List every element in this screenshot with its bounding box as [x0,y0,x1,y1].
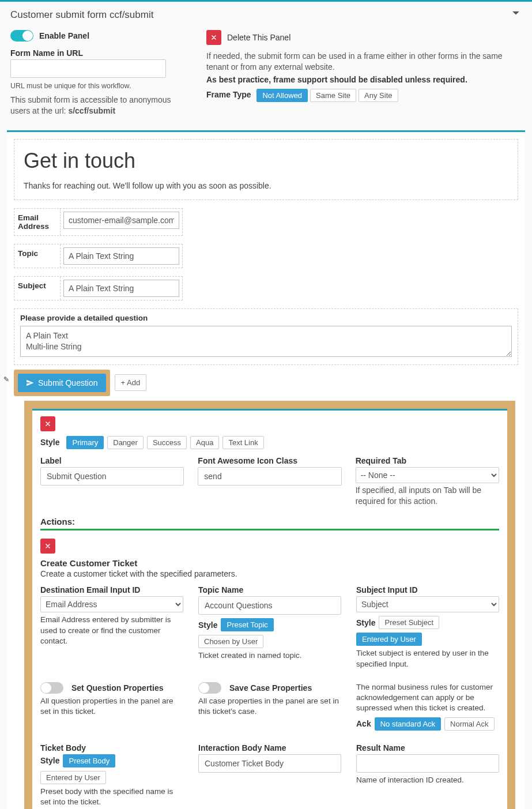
detail-textarea[interactable] [20,326,512,357]
subject-style-preset[interactable]: Preset Subject [379,616,439,629]
topic-row: Topic [14,244,183,268]
topic-style-user[interactable]: Chosen by User [198,635,263,648]
style-textlink[interactable]: Text Link [222,436,263,449]
style-danger[interactable]: Danger [107,436,144,449]
form-name-label: Form Name in URL [10,48,183,58]
style-success[interactable]: Success [147,436,187,449]
delete-button-config[interactable] [40,416,55,431]
frame-type-label: Frame Type [206,90,251,99]
icon-class-input[interactable] [198,467,341,486]
frame-help-2: As best practice, frame support should b… [206,75,522,84]
button-config-highlight: Style Primary Danger Success Aqua Text L… [24,401,515,809]
actions-divider [40,529,499,530]
delete-panel-button[interactable] [206,30,221,45]
submit-question-button[interactable]: Submit Question [18,374,106,392]
icon-class-label: Font Awesome Icon Class [198,456,341,465]
result-name-input[interactable] [356,754,499,773]
form-intro: Thanks for reaching out. We'll follow up… [24,181,508,190]
email-row: Email Address [14,208,183,236]
frame-type-not-allowed[interactable]: Not Allowed [256,89,308,102]
submit-highlight: Submit Question [14,370,110,396]
url-unique-hint: URL must be unique for this workflow. [10,81,183,91]
subject-input[interactable] [63,280,179,297]
topic-input[interactable] [63,247,179,265]
form-heading: Get in touch [24,149,508,173]
ack-normal[interactable]: Normal Ack [444,717,494,731]
access-hint: This submit form is accessible to anonym… [10,95,183,116]
enable-panel-toggle[interactable] [10,30,33,42]
body-style-user[interactable]: Entered by User [40,771,106,784]
subject-row: Subject [14,276,183,300]
required-tab-label: Required Tab [356,456,499,465]
set-question-toggle[interactable] [40,682,63,694]
style-primary[interactable]: Primary [66,436,104,449]
subject-style-user[interactable]: Entered by User [356,633,422,646]
ack-no-standard[interactable]: No standard Ack [375,717,441,731]
delete-action-button[interactable] [40,539,55,554]
add-button[interactable]: + Add [115,374,147,391]
topic-style-preset[interactable]: Preset Topic [221,618,273,631]
actions-header: Actions: [40,517,499,526]
dest-email-select[interactable]: Email Address [40,596,183,612]
config-panel: Customer submit form ccf/submit Enable P… [0,0,532,809]
email-input[interactable] [63,212,179,229]
button-label-input[interactable] [40,467,184,486]
action-desc: Create a customer ticket with the specif… [40,569,499,578]
required-tab-hint: If specified, all inputs on Tab will be … [356,485,499,507]
panel-title: Customer submit form ccf/submit [10,9,153,21]
action-title: Create Customer Ticket [40,558,499,568]
enable-panel-label: Enable Panel [39,31,89,40]
form-name-input[interactable] [10,59,166,78]
detail-block: Please provide a detailed question [14,308,518,365]
save-case-toggle[interactable] [198,682,221,694]
frame-help-1: If needed, the submit form can be used i… [206,51,522,73]
delete-panel-label: Delete This Panel [227,33,290,42]
style-label: Style [40,438,59,447]
topic-name-input[interactable] [198,596,341,615]
frame-type-same-site[interactable]: Same Site [310,89,356,102]
required-tab-select[interactable]: -- None -- [356,467,499,483]
form-preview-panel: Get in touch Thanks for reaching out. We… [7,130,525,809]
chevron-down-icon[interactable] [510,7,522,22]
frame-type-any-site[interactable]: Any Site [359,89,398,102]
style-aqua[interactable]: Aqua [190,436,219,449]
subject-input-select[interactable]: Subject [356,596,499,612]
interaction-body-input[interactable] [198,754,341,773]
button-label-label: Label [40,456,184,465]
pencil-icon[interactable]: ✎ [3,375,9,383]
body-style-preset[interactable]: Preset Body [63,754,115,767]
